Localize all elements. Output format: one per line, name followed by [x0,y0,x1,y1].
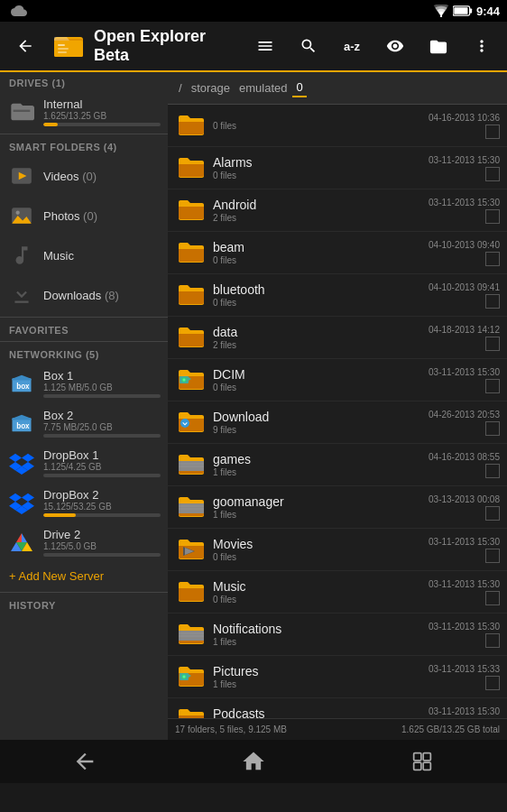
eye-button[interactable] [377,28,413,64]
file-right-dcim: 03-11-2013 15:30 [429,367,500,393]
nav-bar [0,740,507,783]
file-checkbox-pictures[interactable] [485,676,500,690]
file-right-movies: 03-11-2013 15:30 [429,537,500,563]
internal-storage-bar [43,123,161,126]
nav-recent-button[interactable] [395,743,449,780]
breadcrumb-zero[interactable]: 0 [292,78,306,97]
file-name-download: Download [213,410,429,424]
file-row-download[interactable]: Download 9 files 04-26-2013 20:53 [168,401,507,444]
file-row-bluetooth[interactable]: bluetooth 0 files 04-10-2013 09:41 [168,274,507,317]
breadcrumb-storage[interactable]: storage [188,79,234,97]
file-meta-games: 1 files [213,467,429,477]
sidebar-item-downloads[interactable]: Downloads (8) [0,275,168,315]
videos-text: Videos (0) [43,170,161,183]
sidebar-item-photos[interactable]: Photos (0) [0,196,168,235]
file-checkbox-data[interactable] [485,337,500,351]
file-meta-alarms: 0 files [213,171,429,180]
file-info-alarms: Alarms 0 files [207,155,429,180]
file-row-alarms[interactable]: Alarms 0 files 03-11-2013 15:30 [168,147,507,189]
file-meta-data: 2 files [213,340,429,350]
sidebar-item-videos[interactable]: Videos (0) [0,156,168,196]
file-meta-beam: 0 files [213,255,429,265]
file-checkbox-download[interactable] [485,421,500,436]
main-layout: DRIVES (1) Internal 1.625/13.25 GB SMART… [0,72,507,740]
back-nav-button[interactable] [7,28,43,64]
file-row-dcim[interactable]: DCIM 0 files 03-11-2013 15:30 [168,359,507,401]
photos-text: Photos (0) [43,209,161,223]
nav-back-button[interactable] [58,743,112,780]
svg-rect-60 [414,762,421,770]
menu-button[interactable] [247,28,283,64]
file-name-android: Android [213,198,429,212]
file-right-data: 04-18-2013 14:12 [429,325,500,351]
file-checkbox-dcim[interactable] [485,379,500,393]
svg-point-39 [180,419,189,428]
sidebar: DRIVES (1) Internal 1.625/13.25 GB SMART… [0,72,168,740]
file-checkbox-music[interactable] [485,591,500,605]
more-button[interactable] [464,28,500,64]
networking-header: NETWORKING (5) [0,344,168,364]
file-row-games[interactable]: games 1 files 04-16-2013 08:55 [168,444,507,486]
music-icon [7,241,36,270]
file-right-music: 03-11-2013 15:30 [429,579,500,605]
folder-icon-data [175,321,207,354]
file-row-music[interactable]: Music 0 files 03-11-2013 15:30 [168,571,507,614]
file-row-movies[interactable]: Movies 0 files 03-11-2013 15:30 [168,529,507,571]
file-checkbox-games[interactable] [485,464,500,478]
file-checkbox-movies[interactable] [485,549,500,563]
file-checkbox-beam[interactable] [485,252,500,266]
file-row-pictures[interactable]: Pictures 1 files 03-11-2013 15:33 [168,656,507,698]
breadcrumb-root[interactable]: / [175,79,186,97]
file-row-top[interactable]: 0 files 04-16-2013 10:36 [168,105,507,147]
svg-marker-31 [16,533,22,542]
sort-button[interactable]: a-z [334,28,370,64]
file-row-goomanager[interactable]: goomanager 1 files 03-13-2013 00:08 [168,486,507,529]
sidebar-item-internal[interactable]: Internal 1.625/13.25 GB [0,92,168,132]
file-checkbox-goomanager[interactable] [485,506,500,521]
nav-home-icon [241,749,266,774]
file-info-download: Download 9 files [207,410,429,435]
file-info-notifications: Notifications 1 files [207,622,429,647]
file-row-data[interactable]: data 2 files 04-18-2013 14:12 [168,317,507,359]
svg-marker-26 [22,494,34,502]
sidebar-item-box2[interactable]: box Box 2 7.75 MB/25.0 GB [0,403,168,443]
file-checkbox-notifications[interactable] [485,633,500,648]
divider-drives [0,134,168,134]
folder-button[interactable] [420,28,456,64]
file-row-beam[interactable]: beam 0 files 04-10-2013 09:40 [168,232,507,274]
svg-rect-59 [423,753,430,761]
dropbox2-icon [7,488,36,517]
photo-icon [7,201,36,230]
sidebar-item-dropbox2[interactable]: DropBox 2 15.125/53.25 GB [0,483,168,522]
file-info-movies: Movies 0 files [207,537,429,562]
search-button[interactable] [290,28,327,64]
sidebar-item-music[interactable]: Music [0,235,168,275]
file-row-notifications[interactable]: Notifications 1 files 03-11-2013 15:30 [168,614,507,656]
add-server-button[interactable]: + Add New Server [0,562,168,590]
file-row-podcasts[interactable]: Podcasts 0 files 03-11-2013 15:30 [168,698,507,718]
nav-home-button[interactable] [226,743,281,780]
videos-name: Videos (0) [43,170,161,183]
svg-rect-2 [470,8,473,13]
svg-point-14 [16,211,20,215]
file-row-android[interactable]: Android 2 files 03-11-2013 15:30 [168,189,507,232]
internal-item-text: Internal 1.625/13.25 GB [43,97,161,126]
file-info-goomanager: goomanager 1 files [207,494,429,520]
file-meta-music: 0 files [213,595,429,604]
file-checkbox-android[interactable] [485,209,500,224]
az-sort-label: a-z [344,40,360,53]
box1-text: Box 1 1.125 MB/5.0 GB [43,369,161,398]
sidebar-item-drive2[interactable]: Drive 2 1.125/5.0 GB [0,522,168,562]
file-date-movies: 03-11-2013 15:30 [429,537,500,547]
sidebar-item-dropbox1[interactable]: DropBox 1 1.125/4.25 GB [0,443,168,483]
box2-icon: box [7,409,36,438]
file-checkbox-top[interactable] [485,125,500,139]
sidebar-item-box1[interactable]: box Box 1 1.125 MB/5.0 GB [0,364,168,403]
file-checkbox-bluetooth[interactable] [485,294,500,309]
breadcrumb-emulated[interactable]: emulated [235,79,290,97]
file-right-games: 04-16-2013 08:55 [429,452,500,478]
search-icon [300,37,318,55]
app-logo-icon [52,30,85,62]
file-checkbox-alarms[interactable] [485,167,500,181]
svg-rect-40 [179,461,204,471]
